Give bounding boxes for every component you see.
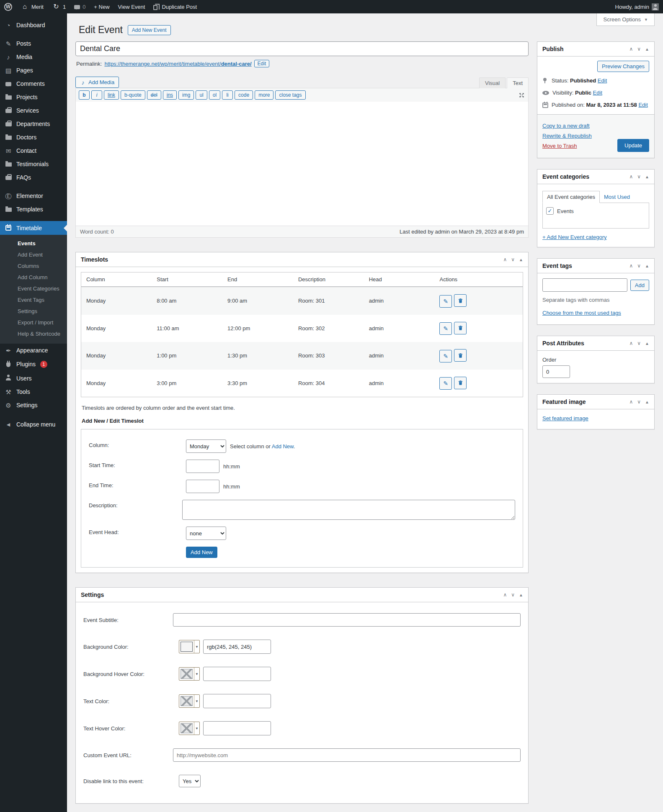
sidebar-item-testimonials[interactable]: Testimonials <box>0 157 67 171</box>
add-new-event-button[interactable]: Add New Event <box>128 25 171 35</box>
sidebar-item-dashboard[interactable]: ◔ Dashboard <box>0 18 67 32</box>
move-down-icon[interactable]: ∨ <box>511 257 515 262</box>
event-head-select[interactable]: none <box>186 527 226 540</box>
background-hover-color-picker[interactable]: ▼ <box>179 667 200 681</box>
category-item-events[interactable]: ✓ Events <box>546 207 645 215</box>
toggle-panel-icon[interactable]: ▲ <box>645 47 649 51</box>
edit-permalink-button[interactable]: Edit <box>254 60 270 67</box>
new-tag-input[interactable] <box>542 278 627 292</box>
submenu-item-settings[interactable]: Settings <box>0 306 67 317</box>
sidebar-item-faqs[interactable]: FAQs <box>0 171 67 184</box>
submenu-item-event-categories[interactable]: Event Categories <box>0 283 67 294</box>
move-down-icon[interactable]: ∨ <box>637 174 641 180</box>
checkbox-checked-icon[interactable]: ✓ <box>546 207 554 215</box>
edit-timeslot-button[interactable]: ✎ <box>439 295 452 308</box>
event-subtitle-input[interactable] <box>173 613 521 627</box>
column-select[interactable]: Monday <box>186 439 226 453</box>
edit-timeslot-button[interactable]: ✎ <box>439 377 452 390</box>
end-time-input[interactable] <box>186 480 219 493</box>
move-up-icon[interactable]: ∧ <box>503 257 507 262</box>
post-content-textarea[interactable] <box>76 102 528 226</box>
sidebar-item-comments[interactable]: Comments <box>0 77 67 90</box>
move-up-icon[interactable]: ∧ <box>629 399 633 405</box>
description-textarea[interactable] <box>182 500 515 520</box>
site-name-link[interactable]: ⌂ Merit <box>16 0 48 13</box>
tab-visual[interactable]: Visual <box>479 77 506 88</box>
move-up-icon[interactable]: ∧ <box>629 263 633 269</box>
edit-visibility-link[interactable]: Edit <box>593 90 602 96</box>
copy-to-new-draft-link[interactable]: Copy to a new draft <box>542 123 649 129</box>
disable-link-select[interactable]: Yes <box>179 775 201 787</box>
quicktag-ins-button[interactable]: ins <box>163 90 177 100</box>
move-down-icon[interactable]: ∨ <box>637 46 641 52</box>
toggle-panel-icon[interactable]: ▲ <box>519 593 523 597</box>
sidebar-item-pages[interactable]: ▤ Pages <box>0 64 67 77</box>
sidebar-item-posts[interactable]: ✎ Posts <box>0 37 67 50</box>
comments-link[interactable]: 0 <box>70 0 90 13</box>
text-hover-color-picker[interactable]: ▼ <box>179 722 200 735</box>
submenu-item-add-column[interactable]: Add Column <box>0 272 67 283</box>
sidebar-item-appearance[interactable]: ✒ Appearance <box>0 344 67 357</box>
quicktag-close-tags-button[interactable]: close tags <box>275 90 305 100</box>
wordpress-logo-menu[interactable]: W <box>0 0 16 13</box>
delete-timeslot-button[interactable] <box>454 322 467 334</box>
order-input[interactable] <box>542 365 570 378</box>
sidebar-item-tools[interactable]: ⚒ Tools <box>0 385 67 398</box>
add-tag-button[interactable]: Add <box>630 280 649 291</box>
add-new-category-link[interactable]: + Add New Event category <box>542 234 607 240</box>
text-hover-color-input[interactable] <box>203 721 271 735</box>
edit-timeslot-button[interactable]: ✎ <box>439 322 452 335</box>
move-up-icon[interactable]: ∧ <box>629 46 633 52</box>
add-new-timeslot-button[interactable]: Add New <box>186 547 217 558</box>
new-content-menu[interactable]: + New <box>90 0 114 13</box>
text-color-input[interactable] <box>203 694 271 708</box>
toggle-panel-icon[interactable]: ▲ <box>645 264 649 268</box>
set-featured-image-link[interactable]: Set featured image <box>542 415 588 421</box>
tab-text[interactable]: Text <box>507 77 529 88</box>
tab-all-categories[interactable]: All Event categories <box>542 191 600 203</box>
sidebar-item-templates[interactable]: Templates <box>0 203 67 216</box>
move-down-icon[interactable]: ∨ <box>637 399 641 405</box>
tab-most-used[interactable]: Most Used <box>600 191 634 203</box>
collapse-menu-button[interactable]: ◀ Collapse menu <box>0 418 67 431</box>
custom-event-url-input[interactable] <box>173 748 521 762</box>
sidebar-item-plugins[interactable]: Plugins 1 <box>0 357 67 371</box>
choose-most-used-tags-link[interactable]: Choose from the most used tags <box>542 310 621 316</box>
quicktag-bold-button[interactable]: b <box>79 90 90 100</box>
move-up-icon[interactable]: ∧ <box>503 592 507 598</box>
fullscreen-button[interactable] <box>518 92 525 99</box>
delete-timeslot-button[interactable] <box>454 294 467 307</box>
sidebar-item-settings[interactable]: ⚙ Settings <box>0 398 67 412</box>
event-title-input[interactable] <box>75 41 529 56</box>
sidebar-item-departments[interactable]: Departments <box>0 117 67 131</box>
quicktag-blockquote-button[interactable]: b-quote <box>121 90 145 100</box>
sidebar-item-doctors[interactable]: Doctors <box>0 131 67 144</box>
add-new-column-link[interactable]: Add New <box>272 443 294 450</box>
update-button[interactable]: Update <box>617 139 649 152</box>
submenu-item-export-import[interactable]: Export / Import <box>0 317 67 328</box>
quicktag-img-button[interactable]: img <box>178 90 194 100</box>
delete-timeslot-button[interactable] <box>454 377 467 389</box>
quicktag-ol-button[interactable]: ol <box>209 90 220 100</box>
delete-timeslot-button[interactable] <box>454 349 467 362</box>
sidebar-item-users[interactable]: Users <box>0 371 67 385</box>
background-color-picker[interactable]: ▼ <box>179 640 200 653</box>
add-media-button[interactable]: ♪ Add Media <box>75 77 119 88</box>
quicktag-ul-button[interactable]: ul <box>196 90 207 100</box>
text-color-picker[interactable]: ▼ <box>179 694 200 708</box>
move-up-icon[interactable]: ∧ <box>629 340 633 346</box>
updates-link[interactable]: ↻ 1 <box>48 0 70 13</box>
background-hover-color-input[interactable] <box>203 667 271 681</box>
quicktag-del-button[interactable]: del <box>147 90 161 100</box>
sidebar-item-services[interactable]: Services <box>0 104 67 117</box>
toggle-panel-icon[interactable]: ▲ <box>645 341 649 346</box>
edit-timeslot-button[interactable]: ✎ <box>439 350 452 362</box>
background-color-input[interactable] <box>203 640 271 654</box>
toggle-panel-icon[interactable]: ▲ <box>645 175 649 179</box>
edit-status-link[interactable]: Edit <box>598 77 607 84</box>
screen-options-tab[interactable]: Screen Options ▼ <box>596 13 655 26</box>
quicktag-code-button[interactable]: code <box>235 90 253 100</box>
toggle-panel-icon[interactable]: ▲ <box>519 257 523 262</box>
move-down-icon[interactable]: ∨ <box>511 592 515 598</box>
submenu-item-help-shortcode[interactable]: Help & Shortcode <box>0 328 67 339</box>
